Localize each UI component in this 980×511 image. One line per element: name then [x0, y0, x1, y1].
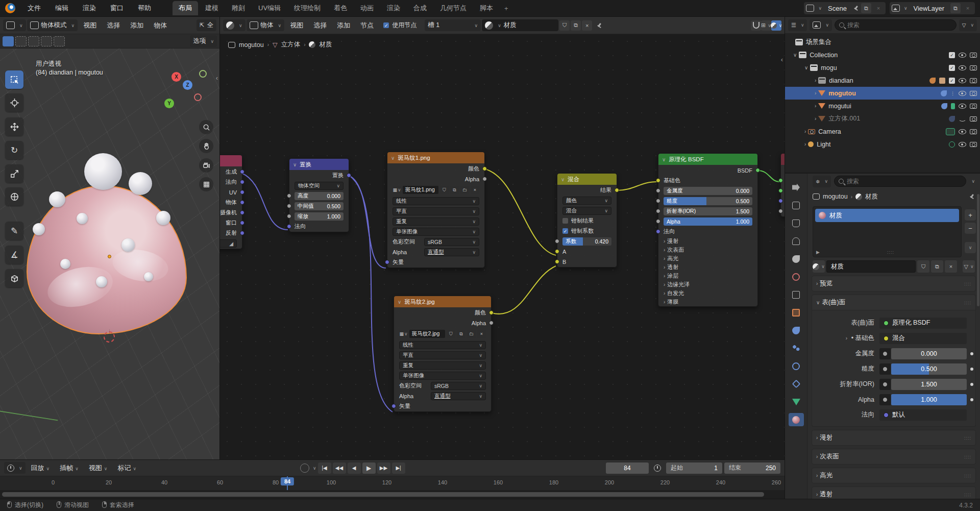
- row-collection[interactable]: ∨Collection ✓: [785, 48, 980, 61]
- unlink-icon[interactable]: ×: [945, 260, 957, 273]
- node-header[interactable]: ∨斑马纹2.jpg: [394, 296, 491, 307]
- socket-roughness-in[interactable]: [656, 199, 660, 203]
- socket-generated[interactable]: [240, 169, 244, 174]
- interpolation-dropdown[interactable]: 线性∨: [399, 341, 486, 349]
- socket-normal-in[interactable]: [287, 224, 291, 229]
- image-name-field[interactable]: 斑马纹1.png: [403, 186, 438, 194]
- projection-dropdown[interactable]: 平直∨: [399, 351, 486, 359]
- tab-particles[interactable]: [789, 342, 804, 355]
- panel-subsurface[interactable]: ›次表面::::: [812, 449, 976, 465]
- filter-dropdown[interactable]: ▽∨: [959, 19, 977, 31]
- node-header[interactable]: ∨混合: [557, 174, 617, 185]
- timeline-menu-playback[interactable]: 回放∨: [27, 461, 55, 475]
- object-eyedropper-field[interactable]: ◢: [220, 239, 237, 248]
- socket-toggle[interactable]: [879, 394, 891, 405]
- socket-displacement-in[interactable]: [778, 199, 783, 203]
- frame-start-field[interactable]: 起始1: [666, 463, 722, 474]
- viewport-menu-add[interactable]: 添加: [126, 19, 148, 32]
- display-mode-dropdown[interactable]: ∨: [810, 19, 832, 31]
- fake-user-shield-icon[interactable]: ⛉: [559, 20, 570, 31]
- tab-scripting[interactable]: 脚本: [474, 1, 499, 15]
- camera-visibility-icon[interactable]: [970, 91, 977, 96]
- image-icon[interactable]: ▦∨: [399, 330, 408, 338]
- alpha-slider[interactable]: 1.000: [891, 394, 967, 405]
- tab-collection[interactable]: [789, 288, 804, 301]
- menu-file[interactable]: 文件: [21, 2, 47, 15]
- image-icon[interactable]: ▦∨: [393, 186, 401, 194]
- row-mogutou[interactable]: ›mogutou ⋮: [785, 87, 980, 100]
- viewport-canvas[interactable]: 用户透视 (84) diandian | mogutou ↻ ✎ ∡ X Z Y: [0, 48, 219, 459]
- sphere-dot[interactable]: [129, 172, 152, 195]
- row-scene-collection[interactable]: 场景集合: [785, 36, 980, 48]
- checkbox-icon[interactable]: ✓: [949, 78, 955, 84]
- scrollbar-handle[interactable]: [2, 492, 764, 497]
- sphere-dot[interactable]: [156, 211, 170, 225]
- chevron-down-icon[interactable]: ∨: [971, 179, 975, 184]
- timeline-menu-keying[interactable]: 插帧∨: [55, 461, 83, 475]
- tab-scene[interactable]: [789, 252, 804, 265]
- sphere-dot[interactable]: [33, 223, 45, 235]
- socket-bsdf-out[interactable]: [755, 168, 760, 173]
- next-keyframe-button[interactable]: ▶▶: [377, 463, 390, 474]
- add-workspace-button[interactable]: +: [500, 2, 512, 15]
- pin-icon[interactable]: [596, 22, 602, 29]
- tab-modeling[interactable]: 建模: [199, 1, 225, 15]
- node-menu-select[interactable]: 选择: [309, 19, 331, 32]
- data-type-dropdown[interactable]: 颜色∨: [562, 197, 611, 205]
- eye-icon[interactable]: [959, 53, 966, 58]
- node-header[interactable]: ∨置换: [289, 159, 349, 170]
- shader-type-dropdown[interactable]: 物体∨: [247, 19, 285, 31]
- socket-normal[interactable]: [240, 180, 244, 184]
- node-displacement[interactable]: ∨置换 置换 物体空间∨ 高度0.000 中间值0.500 缩放1.000 法向: [289, 158, 349, 232]
- copy-icon[interactable]: ⧉: [950, 3, 961, 13]
- blender-logo-icon[interactable]: [5, 3, 15, 13]
- node-menu-view[interactable]: 视图: [285, 19, 308, 32]
- panel-sheen[interactable]: ›边缘光泽: [658, 280, 757, 289]
- editor-type-button[interactable]: ∨: [223, 19, 246, 31]
- select-mode-lasso[interactable]: [41, 36, 52, 46]
- breadcrumb-material[interactable]: 材质: [865, 192, 878, 201]
- camera-visibility-icon[interactable]: [970, 142, 977, 147]
- sphere-dot[interactable]: [96, 276, 107, 287]
- node-principled-bsdf[interactable]: ∨原理化 BSDF BSDF 基础色 金属度0.000 糙度0.500 折射率(…: [658, 153, 758, 307]
- node-mix[interactable]: ∨混合 结果 颜色∨ 混合∨ 钳制结果 ✓钳制系数 系数0.420 A B: [557, 173, 617, 267]
- prev-keyframe-button[interactable]: ◀◀: [333, 463, 346, 474]
- copy-icon[interactable]: ⧉: [571, 20, 581, 31]
- roughness-slider[interactable]: 0.500: [891, 363, 967, 375]
- panel-thin-film[interactable]: ›薄膜: [658, 298, 757, 306]
- eye-icon[interactable]: [959, 142, 966, 147]
- fake-user-shield-icon[interactable]: ⛉: [440, 186, 449, 194]
- node-image-texture-1[interactable]: ∨斑马纹1.png 颜色 Alpha ▦∨ 斑马纹1.png ⛉ ⧉ 🗀 × 线…: [387, 152, 485, 268]
- menu-render[interactable]: 渲染: [77, 2, 102, 15]
- socket-alpha-in[interactable]: [656, 219, 660, 224]
- tool-move[interactable]: [5, 117, 23, 136]
- extension-dropdown[interactable]: 重复∨: [399, 361, 486, 370]
- socket-midlevel[interactable]: [287, 204, 291, 208]
- scene-selector[interactable]: ∨ Scene ⧉ ×: [804, 2, 885, 14]
- tab-physics[interactable]: [789, 359, 804, 373]
- sphere-dot[interactable]: [144, 272, 153, 281]
- preview-range-clock-icon[interactable]: [654, 465, 661, 472]
- select-mode-circle[interactable]: [28, 36, 39, 46]
- socket-alpha-out[interactable]: [489, 321, 494, 325]
- fake-user-shield-icon[interactable]: ⛉: [447, 330, 455, 338]
- pin-icon[interactable]: [853, 5, 859, 11]
- clamp-result-checkbox[interactable]: [562, 218, 568, 224]
- select-mode-box[interactable]: [15, 36, 27, 46]
- surface-shader-button[interactable]: 原理化 BSDF: [879, 318, 967, 329]
- play-reverse-button[interactable]: ◀: [348, 463, 361, 474]
- select-mode-tweak[interactable]: [3, 36, 14, 46]
- camera-visibility-icon[interactable]: [970, 129, 977, 134]
- socket-color-out[interactable]: [482, 166, 487, 171]
- eye-closed-icon[interactable]: [959, 116, 966, 121]
- camera-visibility-icon[interactable]: [970, 78, 977, 83]
- tool-select-box[interactable]: [5, 70, 23, 89]
- node-header[interactable]: ∨材质输出: [781, 154, 785, 165]
- editor-type-button[interactable]: ∨: [3, 19, 26, 31]
- projection-dropdown[interactable]: 平直∨: [393, 207, 479, 215]
- socket-reflection[interactable]: [240, 231, 244, 235]
- panel-subsurface[interactable]: ›次表面: [658, 246, 757, 254]
- socket-a-in[interactable]: [555, 249, 559, 254]
- pan-hand-icon[interactable]: [199, 139, 213, 153]
- image-name-field[interactable]: 斑马纹2.jpg: [409, 330, 445, 338]
